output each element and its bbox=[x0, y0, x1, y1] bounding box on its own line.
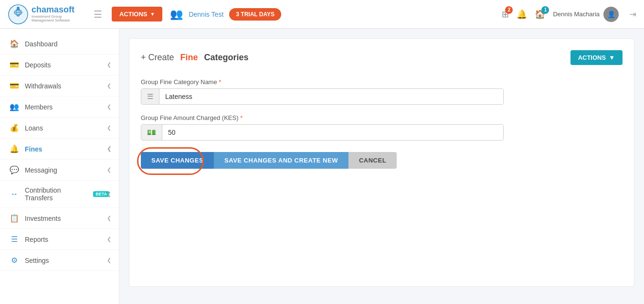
sidebar-item-fines[interactable]: 🔔 Fines ❮ bbox=[0, 139, 119, 160]
home-sidebar-icon: 🏠 bbox=[10, 39, 19, 48]
sidebar-item-reports[interactable]: ☰ Reports ❮ bbox=[0, 229, 119, 250]
messaging-icon: 💬 bbox=[10, 165, 19, 174]
sidebar-label-loans: Loans bbox=[25, 124, 43, 132]
settings-icon: ⚙ bbox=[10, 256, 19, 265]
brand-name: chamasoft bbox=[32, 5, 74, 15]
sidebar-item-contribution-transfers[interactable]: ↔ Contribution Transfers BETA ❮ bbox=[0, 181, 119, 208]
members-chevron-icon: ❮ bbox=[107, 104, 111, 110]
sidebar-label-reports: Reports bbox=[25, 236, 48, 243]
investments-chevron-icon: ❮ bbox=[107, 215, 111, 221]
avatar: 👤 bbox=[603, 7, 619, 22]
sidebar-label-dashboard: Dashboard bbox=[25, 40, 58, 48]
sidebar-item-investments[interactable]: 📋 Investments ❮ bbox=[0, 208, 119, 229]
calendar-icon[interactable]: ⊞ 2 bbox=[502, 9, 509, 20]
calendar-badge: 2 bbox=[505, 6, 513, 14]
transfers-icon: ↔ bbox=[10, 190, 19, 198]
sidebar-item-members[interactable]: 👥 Members ❮ bbox=[0, 97, 119, 118]
content-card: + Create Fine Categories ACTIONS ▼ Group… bbox=[129, 38, 634, 287]
loans-icon: 💰 bbox=[10, 123, 19, 132]
sidebar-label-members: Members bbox=[25, 103, 53, 111]
logout-icon[interactable]: ⇥ bbox=[629, 9, 636, 20]
name-input-wrapper: ☰ bbox=[141, 88, 504, 105]
reports-chevron-icon: ❮ bbox=[107, 236, 111, 242]
investments-icon: 📋 bbox=[10, 214, 19, 223]
sidebar-label-messaging: Messaging bbox=[25, 166, 57, 174]
home-icon[interactable]: 🏠 1 bbox=[535, 9, 545, 20]
save-and-create-new-button[interactable]: SAVE CHANGES AND CREATE NEW bbox=[214, 152, 348, 169]
top-actions-button[interactable]: ACTIONS ▼ bbox=[112, 7, 162, 22]
layout: 🏠 Dashboard 💳 Deposits ❮ 💳 Withdrawals ❮… bbox=[0, 29, 644, 304]
sidebar-item-settings[interactable]: ⚙ Settings ❮ bbox=[0, 250, 119, 271]
page-title: + Create Fine Categories bbox=[141, 53, 249, 63]
group-icon: 👥 bbox=[170, 8, 183, 21]
name-addon-icon: ☰ bbox=[141, 89, 159, 104]
user-menu[interactable]: Dennis Macharia 👤 bbox=[553, 7, 619, 22]
trial-button[interactable]: 3 TRIAL DAYS bbox=[229, 8, 281, 21]
sidebar-label-deposits: Deposits bbox=[25, 61, 51, 69]
hamburger-icon[interactable]: ☰ bbox=[90, 7, 106, 22]
save-changes-button[interactable]: SAVE CHANGES bbox=[141, 152, 214, 169]
sidebar-label-withdrawals: Withdrawals bbox=[25, 82, 61, 90]
card-actions-chevron-icon: ▼ bbox=[609, 54, 615, 61]
actions-chevron-icon: ▼ bbox=[150, 11, 155, 17]
amount-form-group: Group Fine Amount Charged (KES) * 💵 bbox=[141, 114, 623, 141]
sidebar-label-settings: Settings bbox=[25, 257, 49, 264]
messaging-chevron-icon: ❮ bbox=[107, 167, 111, 173]
deposits-icon: 💳 bbox=[10, 60, 19, 69]
sidebar-item-withdrawals[interactable]: 💳 Withdrawals ❮ bbox=[0, 76, 119, 97]
home-badge: 1 bbox=[541, 6, 549, 14]
brand: chamasoft Investment Group Management So… bbox=[8, 4, 84, 25]
currency-addon-icon: 💵 bbox=[141, 125, 162, 140]
sidebar-label-investments: Investments bbox=[25, 215, 61, 222]
sidebar-item-deposits[interactable]: 💳 Deposits ❮ bbox=[0, 54, 119, 76]
card-header: + Create Fine Categories ACTIONS ▼ bbox=[141, 50, 623, 65]
sidebar-item-messaging[interactable]: 💬 Messaging ❮ bbox=[0, 160, 119, 181]
withdrawals-chevron-icon: ❮ bbox=[107, 83, 111, 89]
group-name: Dennis Test bbox=[189, 11, 223, 18]
main-content: + Create Fine Categories ACTIONS ▼ Group… bbox=[119, 29, 644, 304]
amount-input-wrapper: 💵 bbox=[141, 124, 504, 141]
sidebar-item-dashboard[interactable]: 🏠 Dashboard bbox=[0, 33, 119, 54]
sidebar-label-transfers: Contribution Transfers bbox=[25, 186, 90, 202]
sidebar-item-loans[interactable]: 💰 Loans ❮ bbox=[0, 118, 119, 139]
reports-icon: ☰ bbox=[10, 235, 19, 244]
fines-icon: 🔔 bbox=[10, 144, 19, 153]
fines-chevron-icon: ❮ bbox=[107, 146, 111, 152]
navbar-icons: ⊞ 2 🔔 🏠 1 Dennis Macharia 👤 ⇥ bbox=[502, 7, 636, 22]
transfers-chevron-icon: ❮ bbox=[107, 191, 111, 197]
brand-logo-icon bbox=[8, 4, 29, 25]
name-form-group: Group Fine Category Name * ☰ bbox=[141, 78, 623, 105]
loans-chevron-icon: ❮ bbox=[107, 125, 111, 131]
members-icon: 👥 bbox=[10, 102, 19, 111]
sidebar-label-fines: Fines bbox=[25, 145, 42, 153]
settings-chevron-icon: ❮ bbox=[107, 257, 111, 263]
brand-sub: Investment Group Management Software bbox=[32, 15, 74, 23]
name-input[interactable] bbox=[159, 89, 503, 104]
amount-label: Group Fine Amount Charged (KES) * bbox=[141, 114, 623, 121]
navbar: chamasoft Investment Group Management So… bbox=[0, 0, 644, 29]
card-actions-button[interactable]: ACTIONS ▼ bbox=[570, 50, 623, 65]
bell-icon[interactable]: 🔔 bbox=[517, 9, 527, 20]
svg-point-5 bbox=[17, 7, 20, 10]
username: Dennis Macharia bbox=[553, 11, 600, 18]
withdrawals-icon: 💳 bbox=[10, 81, 19, 90]
amount-input[interactable] bbox=[162, 125, 503, 140]
name-label: Group Fine Category Name * bbox=[141, 78, 623, 86]
deposits-chevron-icon: ❮ bbox=[107, 62, 111, 68]
button-row: SAVE CHANGES SAVE CHANGES AND CREATE NEW… bbox=[141, 152, 623, 169]
cancel-button[interactable]: CANCEL bbox=[348, 152, 397, 169]
sidebar: 🏠 Dashboard 💳 Deposits ❮ 💳 Withdrawals ❮… bbox=[0, 29, 119, 304]
